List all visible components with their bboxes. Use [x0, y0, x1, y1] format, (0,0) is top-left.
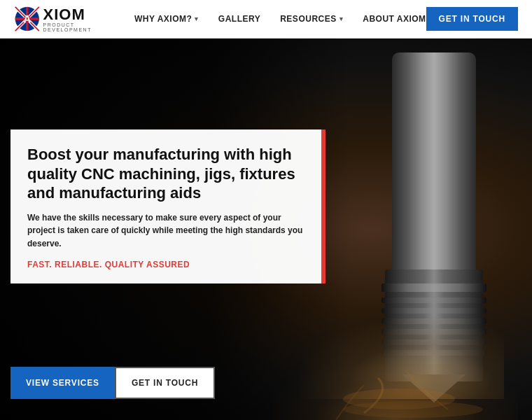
nav-cta-button[interactable]: GET IN TOUCH	[426, 7, 518, 31]
nav-item-why-axiom[interactable]: WHY AXIOM? ▾	[134, 14, 199, 24]
svg-point-10	[343, 401, 483, 418]
logo[interactable]: A XIOM PRODUCT DEVELOPMENT	[14, 4, 113, 34]
hero-subtext: We have the skills necessary to make sur…	[27, 211, 304, 251]
logo-brand-text: XIOM	[43, 6, 85, 23]
chevron-down-icon: ▾	[195, 15, 199, 22]
svg-text:A: A	[23, 13, 31, 24]
nav-links: WHY AXIOM? ▾ GALLERY RESOURCES ▾ ABOUT A…	[134, 14, 426, 24]
hero-content-card: Boost your manufacturing with high quali…	[10, 130, 326, 284]
nav-item-gallery[interactable]: GALLERY	[218, 14, 260, 24]
navbar: A XIOM PRODUCT DEVELOPMENT WHY AXIOM? ▾ …	[0, 0, 532, 38]
hero-headline: Boost your manufacturing with high quali…	[27, 145, 304, 203]
chevron-down-icon-2: ▾	[340, 15, 344, 22]
view-services-button[interactable]: VIEW SERVICES	[10, 367, 115, 399]
nav-item-resources[interactable]: RESOURCES ▾	[280, 14, 343, 24]
hero-tagline: FAST. RELIABLE. QUALITY ASSURED	[27, 260, 304, 270]
logo-sub-text: PRODUCT DEVELOPMENT	[43, 22, 113, 32]
hero-section: Boost your manufacturing with high quali…	[0, 38, 532, 420]
logo-icon: A	[14, 4, 41, 34]
hero-buttons: VIEW SERVICES GET IN TOUCH	[10, 367, 215, 399]
nav-item-about[interactable]: ABOUT AXIOM	[363, 14, 426, 24]
get-in-touch-button[interactable]: GET IN TOUCH	[115, 367, 215, 399]
